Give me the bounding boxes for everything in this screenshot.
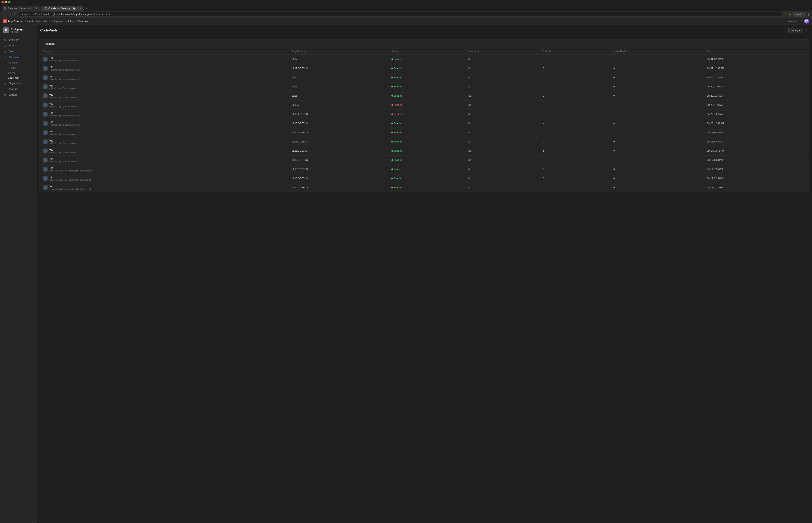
tab-fretebras[interactable]: F Fretebras · Review · 04/11/22 ✕ (1, 6, 42, 11)
debug-label: Debug (791, 29, 798, 32)
help-icon[interactable]: ? (800, 20, 802, 22)
release-version: v11 (50, 158, 80, 160)
cell-target: 11.15.0-DEBUG (288, 128, 388, 137)
app-platform-label: Android (11, 31, 23, 33)
table-row[interactable]: 👤 v16 eduardo.zaghi@fretebras.com.br 11.… (40, 110, 809, 119)
releases-tbody: 👤 v22 eduardo.zaghi@fretebras.com.br 11.… (40, 55, 809, 192)
cell-rollbacks: 0 (540, 174, 611, 183)
release-version: v16 (50, 112, 80, 114)
table-row[interactable]: 👤 v22 eduardo.zaghi@fretebras.com.br 11.… (40, 55, 809, 64)
breadcrumb-distribute[interactable]: Distribute (65, 20, 75, 22)
cell-status: Enabled (388, 91, 465, 101)
sidebar-item-diagnostics[interactable]: △ Diagnostics (0, 80, 36, 86)
release-version: v12 (50, 148, 80, 151)
sidebar-item-test[interactable]: ◎ Test (0, 49, 36, 54)
table-row[interactable]: 👤 v18 eduardo.zaghi@fretebras.com.br 11.… (40, 91, 809, 101)
browser-menu-icon[interactable]: ⋮ (807, 13, 810, 16)
release-version: v20 (50, 75, 80, 78)
table-row[interactable]: 👤 v12 eduardo.zaghi@fretebras.com.br 11.… (40, 146, 809, 156)
sidebar-item-codepush[interactable]: CodePush (5, 75, 36, 80)
cell-rollbacks: 0 (540, 165, 611, 174)
table-row[interactable]: 👤 v13 eduardo.zaghi@fretebras.com.br 11.… (40, 137, 809, 146)
new-tab-button[interactable]: + (84, 6, 89, 11)
diagnostics-icon: △ (3, 82, 6, 85)
cell-date: Oct 17, 8:28 PM (703, 156, 809, 165)
cell-date: Oct 17, 7:25 PM (703, 174, 809, 183)
table-header: Release Target Versions Status Mandatory… (40, 48, 809, 55)
sidebar-item-overview[interactable]: ⊙ Overview (0, 37, 36, 43)
app-center-logo[interactable]: A App Center (3, 19, 22, 23)
table-row[interactable]: 👤 v10 joanderson.batista-loldesign@frete… (40, 165, 809, 174)
reload-button[interactable]: ↻ (14, 12, 17, 16)
tab-close-codepush[interactable]: ✕ (80, 7, 81, 10)
table-row[interactable]: 👤 v8 joanderson.batista-loldesign@freteb… (40, 183, 809, 192)
close-dot[interactable] (1, 1, 4, 3)
cell-rollbacks: 0 (540, 73, 611, 82)
table-row[interactable]: 👤 v17 eduardo.zaghi@fretebras.com.br 11.… (40, 101, 809, 110)
cell-active-devices: 8 (611, 64, 704, 73)
table-row[interactable]: 👤 v14 eduardo.zaghi@fretebras.com.br 11.… (40, 128, 809, 137)
table-row[interactable]: 👤 v21 eduardo.zaghi@fretebras.com.br 11.… (40, 64, 809, 73)
avatar: 👤 (43, 56, 48, 62)
table-row[interactable]: 👤 v19 eduardo.zaghi@fretebras.com.br 11.… (40, 82, 809, 91)
cell-status: Disabled (388, 101, 465, 110)
browser-icons: ☆ ⚡ (784, 13, 791, 16)
sidebar-item-releases[interactable]: Releases (8, 60, 36, 65)
cell-mandatory: No (465, 119, 540, 128)
go-to-docs-link[interactable]: Go to docs (787, 20, 798, 22)
col-mandatory: Mandatory (465, 48, 540, 55)
release-email: eduardo.zaghi@fretebras.com.br (50, 114, 80, 117)
content-area: CodePush Debug ▾ ✎ Releases Release Targ… (36, 25, 812, 523)
cell-status: Enabled (388, 183, 465, 192)
breadcrumb-user[interactable]: Eduardo Zaghi · Vizir (25, 20, 48, 22)
address-input[interactable]: appcenter.ms/users/eduardo.zaghi-fretebr… (19, 12, 783, 17)
back-button[interactable]: ← (2, 12, 6, 16)
cell-target: 11.15.0-DEBUG (288, 119, 388, 128)
cell-rollbacks: – (540, 101, 611, 110)
breadcrumb-app[interactable]: Fretepago (51, 20, 61, 22)
edit-icon[interactable]: ✎ (804, 28, 808, 33)
tab-codepush[interactable]: C CodePush · Fretepago · App C… ✕ (42, 6, 84, 11)
cell-date: Oct 20, 1:31 AM (703, 73, 809, 82)
sidebar-item-settings[interactable]: ⚙ Settings (0, 92, 36, 98)
release-email: joanderson.batista-loldesign@fretebras.c… (50, 188, 92, 190)
extension-icon[interactable]: ⚡ (788, 13, 791, 16)
debug-button[interactable]: Debug ▾ (789, 28, 803, 33)
release-version: v10 (50, 167, 92, 169)
release-email: joanderson.batista-loldesign@fretebras.c… (50, 169, 92, 172)
release-version: v19 (50, 84, 80, 87)
minimize-dot[interactable] (5, 1, 7, 3)
sidebar-item-analytics[interactable]: ↑ Analytics (0, 86, 36, 92)
cell-rollbacks: 0 (540, 137, 611, 146)
forward-button[interactable]: → (8, 12, 12, 16)
cell-target: 11.17 (288, 55, 388, 64)
cell-target: 11.15.0-DEBUG (288, 183, 388, 192)
release-version: v9 (50, 176, 92, 179)
cell-mandatory: No (465, 174, 540, 183)
sidebar-item-groups[interactable]: Groups (8, 65, 36, 70)
table-row[interactable]: 👤 v20 eduardo.zaghi@fretebras.com.br 11.… (40, 73, 809, 82)
release-version: v8 (50, 185, 92, 188)
sidebar-item-distribute[interactable]: ⬆ Distribute (0, 54, 36, 60)
cell-active-devices: 0 (611, 165, 704, 174)
tab-close-fretebras[interactable]: ✕ (38, 7, 40, 10)
cell-status: Enabled (388, 146, 465, 156)
sidebar-item-stores[interactable]: Stores (8, 70, 36, 75)
bookmark-icon[interactable]: ☆ (784, 13, 787, 16)
cell-target: 11.15 (288, 73, 388, 82)
release-version: v17 (50, 103, 80, 105)
app-header: F Fretepago Android (0, 25, 36, 35)
cell-status: Disabled (388, 110, 465, 119)
table-row[interactable]: 👤 v15 eduardo.zaghi@fretebras.com.br 11.… (40, 119, 809, 128)
sidebar-collapse-button[interactable]: « (0, 520, 36, 523)
update-button[interactable]: Atualizar (793, 12, 806, 17)
distribute-submenu: Releases Groups Stores CodePush (0, 60, 36, 80)
user-avatar[interactable]: EZ (804, 19, 809, 23)
table-row[interactable]: 👤 v11 eduardo.zaghi@fretebras.com.br 11.… (40, 156, 809, 165)
sidebar-item-build[interactable]: ▷ Build (0, 43, 36, 49)
table-row[interactable]: 👤 v9 joanderson.batista-loldesign@freteb… (40, 174, 809, 183)
release-email: eduardo.zaghi@fretebras.com.br (50, 105, 80, 108)
maximize-dot[interactable] (8, 1, 11, 3)
cell-mandatory: No (465, 82, 540, 91)
cell-status: Enabled (388, 174, 465, 183)
